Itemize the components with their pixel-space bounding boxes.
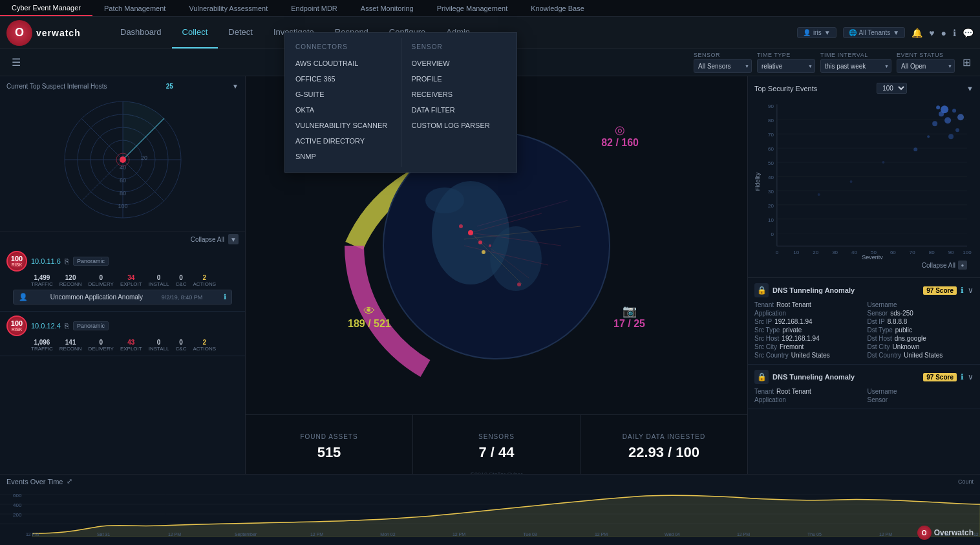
- alert-expand-icon-2[interactable]: ∨: [968, 372, 974, 381]
- heart-icon[interactable]: ♥: [929, 28, 934, 38]
- info-icon[interactable]: ℹ: [224, 293, 226, 301]
- connector-snmp[interactable]: SNMP: [285, 149, 401, 164]
- detail-sensor-2: Sensor: [868, 396, 974, 403]
- svg-text:12 PM: 12 PM: [26, 532, 39, 537]
- scatter-svg: 0 10 20 30 40 50 60 70 80 90 0 10 20 30 …: [754, 98, 974, 259]
- svg-text:600: 600: [13, 493, 22, 498]
- radar-chevron-icon[interactable]: ▼: [232, 83, 239, 90]
- sensors-label: SENSORS: [478, 433, 515, 440]
- event-status-select[interactable]: All Open: [897, 59, 955, 73]
- tenant-badge[interactable]: 🌐 All Tenants ▼: [843, 27, 906, 38]
- circle-icon[interactable]: ●: [941, 28, 946, 38]
- val: 8.8.8.8: [888, 318, 908, 325]
- alert-header-2: 🔒 DNS Tunneling Anomaly 97 Score ℹ ∨: [754, 370, 974, 384]
- tab-dashboard[interactable]: Dashboard: [110, 17, 172, 48]
- host-tag[interactable]: Panoramic: [73, 257, 109, 266]
- anomaly-bar[interactable]: 👤 Uncommon Application Anomaly 9/2/19, 8…: [13, 290, 232, 305]
- sensor-profile[interactable]: PROFILE: [401, 71, 517, 87]
- time-interval-select[interactable]: this past week: [820, 59, 891, 73]
- svg-point-32: [517, 283, 521, 286]
- detail-username: Username: [868, 301, 974, 308]
- stat-label: EXPLOIT: [120, 281, 142, 287]
- copy-icon[interactable]: ⎘: [65, 257, 69, 265]
- risk-badge: 100 RISK: [6, 251, 27, 272]
- chart-chevron[interactable]: ▼: [966, 85, 974, 92]
- detail-srccity: Src City Fremont: [754, 343, 861, 350]
- svg-text:40: 40: [768, 175, 774, 180]
- connector-vuln[interactable]: VULNERABILITY SCANNER: [285, 118, 401, 133]
- stat-val: 0: [157, 274, 161, 281]
- sensor-overview[interactable]: OVERVIEW: [401, 56, 517, 71]
- sensor-select[interactable]: All Sensors: [694, 59, 752, 73]
- collapse-all-button[interactable]: Collapse All ▼: [0, 231, 245, 247]
- tab-collect[interactable]: Collect: [172, 17, 218, 48]
- connector-aws[interactable]: AWS CLOUDTRAIL: [285, 56, 401, 71]
- sensor-receivers[interactable]: RECEIVERS: [401, 87, 517, 102]
- val: 192.168.1.94: [782, 335, 819, 342]
- val: Fremont: [780, 343, 804, 350]
- alert-info-icon-2[interactable]: ℹ: [961, 372, 964, 381]
- topnav-knowledge[interactable]: Knowledge Base: [519, 0, 596, 16]
- chart-count-select[interactable]: 100: [877, 83, 907, 94]
- chart-collapse-all[interactable]: Collapse All ●: [754, 259, 974, 271]
- detail-srccountry: Src Country United States: [754, 352, 861, 359]
- ow-logo-icon: O: [917, 526, 932, 540]
- svg-text:200: 200: [13, 512, 22, 518]
- svg-text:September: September: [235, 532, 257, 537]
- radar-section: Current Top Suspect Internal Hosts 25 ▼: [0, 76, 245, 231]
- stat-traffic-2: 1,096 TRAFFIC: [31, 339, 53, 352]
- svg-point-19: [425, 187, 464, 213]
- sensor-select-wrap[interactable]: All Sensors: [694, 59, 752, 73]
- topnav-asset[interactable]: Asset Monitoring: [349, 0, 425, 16]
- sidebar-toggle[interactable]: ☰: [6, 56, 26, 69]
- chevron-down-icon: ▼: [824, 29, 831, 36]
- topnav-vuln[interactable]: Vulnerability Assessment: [177, 0, 279, 16]
- info-icon[interactable]: ℹ: [953, 28, 956, 38]
- topnav-privilege[interactable]: Privilege Management: [425, 0, 519, 16]
- alert-expand-icon[interactable]: ∨: [968, 286, 974, 295]
- stat-val: 0: [99, 274, 103, 281]
- connector-gsuite[interactable]: G-SUITE: [285, 87, 401, 102]
- connector-okta[interactable]: OKTA: [285, 102, 401, 118]
- found-assets-val: 515: [317, 444, 341, 461]
- host-tag-2[interactable]: Panoramic: [73, 321, 109, 330]
- time-type-select-wrap[interactable]: relative: [757, 59, 815, 73]
- username: iris: [813, 29, 822, 36]
- tab-detect[interactable]: Detect: [218, 17, 263, 48]
- copy-icon-2[interactable]: ⎘: [65, 322, 69, 330]
- more-options-icon[interactable]: ⊞: [960, 56, 974, 69]
- scatter-chart: 0 10 20 30 40 50 60 70 80 90 0 10 20 30 …: [754, 98, 974, 259]
- connector-activedir[interactable]: ACTIVE DIRECTORY: [285, 133, 401, 149]
- time-interval-select-wrap[interactable]: this past week: [820, 59, 891, 73]
- topnav-endpoint[interactable]: Endpoint MDR: [279, 0, 349, 16]
- toggle-icon: ●: [958, 261, 967, 270]
- sensor-column: SENSOR OVERVIEW PROFILE RECEIVERS DATA F…: [401, 33, 517, 172]
- time-type-select[interactable]: relative: [757, 59, 815, 73]
- svg-text:80: 80: [929, 250, 935, 255]
- expand-icon[interactable]: ⤢: [67, 477, 72, 486]
- y-label: Count: [958, 478, 974, 485]
- sensor-custom-log[interactable]: CUSTOM LOG PARSER: [401, 118, 517, 133]
- chart-title-bar: Top Security Events 100 ▼: [754, 83, 974, 94]
- key: Src City: [754, 343, 777, 350]
- alert-info-icon[interactable]: ℹ: [961, 286, 964, 295]
- sensors-stat: SENSORS 7 / 44: [413, 415, 581, 479]
- event-status-select-wrap[interactable]: All Open: [897, 59, 955, 73]
- topnav-cyber-event[interactable]: Cyber Event Manager: [0, 0, 92, 16]
- val: Root Tenant: [776, 388, 811, 395]
- svg-point-80: [927, 135, 930, 138]
- alert-details-2: Tenant Root Tenant Username Application …: [754, 388, 974, 403]
- chat-icon[interactable]: 💬: [963, 28, 974, 38]
- user-badge[interactable]: 👤 iris ▼: [797, 27, 836, 38]
- anomaly-date: 9/2/19, 8:40 PM: [162, 294, 203, 301]
- topnav-patch[interactable]: Patch Management: [92, 0, 177, 16]
- time-type-group: TIME TYPE relative: [757, 52, 815, 73]
- bell-icon[interactable]: 🔔: [911, 28, 922, 38]
- connector-office365[interactable]: OFFICE 365: [285, 71, 401, 87]
- stat-exploit-2: 43 EXPLOIT: [120, 339, 142, 352]
- host-ip[interactable]: 10.0.11.6: [31, 257, 61, 265]
- overwatch-logo-bottom: O Overwatch: [917, 526, 974, 540]
- sensor-data-filter[interactable]: DATA FILTER: [401, 102, 517, 118]
- host-ip-2[interactable]: 10.0.12.4: [31, 322, 61, 330]
- right-panel: Top Security Events 100 ▼: [747, 76, 980, 479]
